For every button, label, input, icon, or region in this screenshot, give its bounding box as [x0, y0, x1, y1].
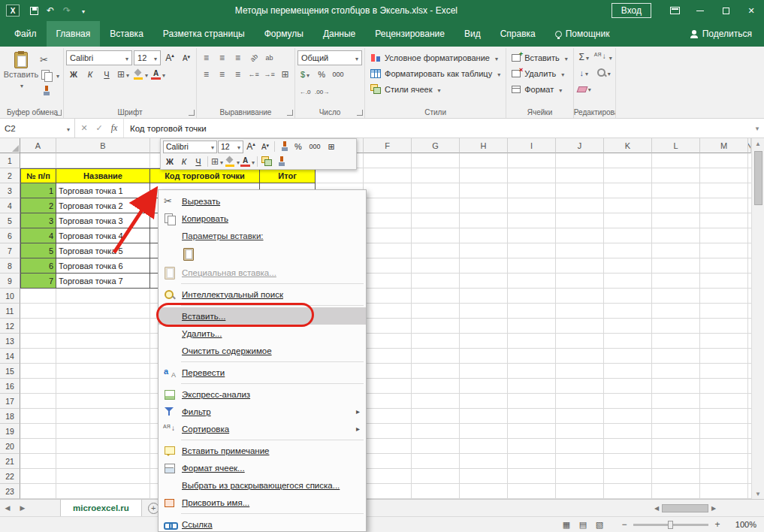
mini-font-color-button[interactable]: А	[240, 155, 255, 168]
cell-H19[interactable]	[460, 424, 508, 439]
cell-M8[interactable]	[700, 258, 748, 274]
dialog-launcher-icon[interactable]	[56, 110, 62, 116]
dialog-launcher-icon[interactable]	[357, 110, 363, 116]
cell-A4[interactable]: 2	[20, 198, 56, 213]
column-header-L[interactable]: L	[652, 138, 700, 153]
cell-M4[interactable]	[700, 198, 748, 213]
font-size-select[interactable]: 12	[134, 50, 161, 65]
cell-K19[interactable]	[604, 424, 652, 439]
cell-A21[interactable]	[20, 454, 56, 469]
paste-option-button[interactable]	[181, 246, 201, 262]
cell-B15[interactable]	[56, 364, 150, 379]
cell-G15[interactable]	[412, 364, 460, 379]
shrink-font-button[interactable]: А▾	[179, 50, 194, 65]
cell-H14[interactable]	[460, 349, 508, 364]
cell-G12[interactable]	[412, 319, 460, 334]
row-header-18[interactable]: 18	[0, 409, 20, 424]
cell-I7[interactable]	[508, 243, 556, 258]
cell-I6[interactable]	[508, 228, 556, 243]
decrease-decimal-button[interactable]	[314, 83, 330, 98]
vertical-scroll-thumb[interactable]	[754, 151, 762, 205]
cell-B13[interactable]	[56, 334, 150, 349]
collapse-formula-bar-button[interactable]: ▾	[750, 119, 764, 138]
cell-K18[interactable]	[604, 409, 652, 424]
cell-I13[interactable]	[508, 334, 556, 349]
share-button[interactable]: Поделиться	[678, 21, 764, 47]
align-bottom-button[interactable]: ≡	[231, 51, 245, 65]
cell-G8[interactable]	[412, 258, 460, 274]
cell-K14[interactable]	[604, 349, 652, 364]
cell-M19[interactable]	[700, 424, 748, 439]
cell-L13[interactable]	[652, 334, 700, 349]
mini-painter-button[interactable]	[274, 155, 288, 168]
cell-G3[interactable]	[412, 183, 460, 198]
dialog-launcher-icon[interactable]	[287, 110, 293, 116]
cell-J1[interactable]	[556, 153, 604, 168]
conditional-formatting-button[interactable]: Условное форматирование	[367, 50, 503, 65]
cell-A13[interactable]	[20, 334, 56, 349]
minimize-button[interactable]	[687, 0, 713, 21]
cell-G13[interactable]	[412, 334, 460, 349]
cell-A18[interactable]	[20, 409, 56, 424]
cell-M7[interactable]	[700, 243, 748, 258]
cell-J14[interactable]	[556, 349, 604, 364]
cell-F22[interactable]	[364, 469, 412, 484]
font-name-select[interactable]: Calibri	[66, 50, 132, 65]
increase-decimal-button[interactable]	[297, 83, 313, 98]
cell-K6[interactable]	[604, 228, 652, 243]
row-header-16[interactable]: 16	[0, 379, 20, 394]
cell-J6[interactable]	[556, 228, 604, 243]
cell-M14[interactable]	[700, 349, 748, 364]
cell-A5[interactable]: 3	[20, 213, 56, 228]
row-header-11[interactable]: 11	[0, 304, 20, 319]
align-middle-button[interactable]: ≡	[215, 51, 229, 65]
column-header-A[interactable]: A	[20, 138, 56, 153]
cell-A12[interactable]	[20, 319, 56, 334]
context-menu-item-insert[interactable]: Вставить...	[159, 307, 366, 325]
row-header-13[interactable]: 13	[0, 334, 20, 349]
cell-H4[interactable]	[460, 198, 508, 213]
cell-G6[interactable]	[412, 228, 460, 243]
cell-L11[interactable]	[652, 304, 700, 319]
mini-grow-font-button[interactable]: А▴	[244, 140, 258, 153]
tab-assistant[interactable]: Помощник	[545, 21, 620, 47]
cell-G5[interactable]	[412, 213, 460, 228]
cell-M21[interactable]	[700, 454, 748, 469]
cell-A6[interactable]: 4	[20, 228, 56, 243]
cell-F13[interactable]	[364, 334, 412, 349]
cell-H12[interactable]	[460, 319, 508, 334]
merge-center-button[interactable]: ⊞	[278, 68, 292, 81]
cell-I4[interactable]	[508, 198, 556, 213]
context-menu-item-pick-from-list[interactable]: Выбрать из раскрывающегося списка...	[159, 476, 366, 494]
cell-B4[interactable]: Торговая точка 2	[56, 198, 150, 213]
zoom-level[interactable]: 100%	[723, 520, 756, 529]
borders-button[interactable]	[116, 67, 131, 82]
mini-borders-button[interactable]	[210, 155, 224, 168]
cell-M9[interactable]	[700, 274, 748, 289]
fill-color-button[interactable]	[132, 67, 149, 82]
cell-J22[interactable]	[556, 469, 604, 484]
context-menu-item-copy[interactable]: Копировать	[159, 210, 366, 227]
context-menu-item-cut[interactable]: Вырезать	[159, 192, 366, 210]
cell-I1[interactable]	[508, 153, 556, 168]
cell-I20[interactable]	[508, 439, 556, 454]
row-header-10[interactable]: 10	[0, 289, 20, 304]
dialog-launcher-icon[interactable]	[189, 110, 195, 116]
cell-H17[interactable]	[460, 394, 508, 409]
cell-K13[interactable]	[604, 334, 652, 349]
cell-A23[interactable]	[20, 484, 56, 499]
cell-F17[interactable]	[364, 394, 412, 409]
cell-K9[interactable]	[604, 274, 652, 289]
cell-H20[interactable]	[460, 439, 508, 454]
cell-H7[interactable]	[460, 243, 508, 258]
cell-L10[interactable]	[652, 289, 700, 304]
cell-H1[interactable]	[460, 153, 508, 168]
cell-I8[interactable]	[508, 258, 556, 274]
cell-B23[interactable]	[56, 484, 150, 499]
cell-D2[interactable]: Итог	[260, 168, 316, 183]
cell-B12[interactable]	[56, 319, 150, 334]
cell-F11[interactable]	[364, 304, 412, 319]
cell-I3[interactable]	[508, 183, 556, 198]
percent-style-button[interactable]: %	[314, 67, 329, 82]
mini-font-name-select[interactable]: Calibri	[163, 141, 217, 153]
